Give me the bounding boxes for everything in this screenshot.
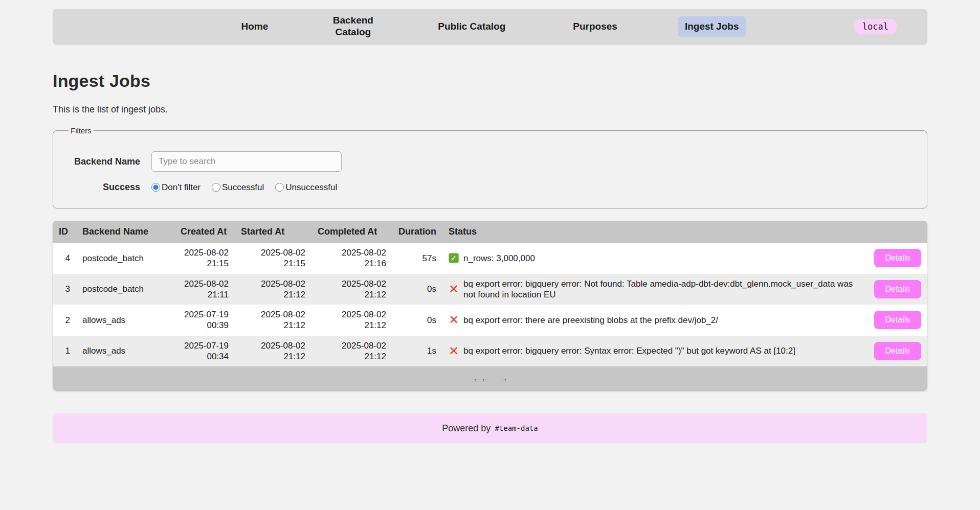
unsuccessful-radio[interactable] — [275, 183, 284, 192]
pagination-next-link[interactable]: → — [499, 374, 507, 384]
status-cell: ✕ bq export error: bigquery error: Synta… — [442, 336, 866, 367]
duration-cell: 1s — [392, 336, 442, 367]
started-at-cell: 2025-08-02 21:12 — [235, 305, 311, 336]
job-id: 4 — [53, 243, 76, 274]
created-at-cell: 2025-07-19 00:34 — [174, 336, 235, 367]
time-line: 21:12 — [241, 289, 305, 300]
duration-cell: 0s — [392, 274, 442, 305]
success-filter-row: Success Don't filter Successful Unsucces… — [63, 182, 917, 193]
dont-filter-radio[interactable] — [151, 183, 160, 192]
started-at-cell: 2025-08-02 21:15 — [235, 243, 311, 274]
success-label: Success — [63, 182, 140, 193]
header-status: Status — [442, 221, 866, 243]
success-icon: ✓ — [449, 253, 459, 263]
time-line: 21:12 — [241, 320, 305, 331]
time-line: 21:15 — [241, 258, 305, 269]
nav-item-public-catalog[interactable]: Public Catalog — [431, 16, 513, 37]
duration-cell: 0s — [392, 305, 442, 336]
radio-option-successful[interactable]: Successful — [212, 182, 264, 193]
header-started-at: Started At — [235, 221, 311, 243]
completed-at-cell: 2025-08-02 21:16 — [311, 243, 392, 274]
nav-item-home[interactable]: Home — [234, 16, 276, 37]
job-id: 2 — [53, 305, 76, 336]
time-line: 21:12 — [318, 351, 386, 362]
footer: Powered by #team-data — [53, 413, 927, 443]
error-icon: ✕ — [449, 346, 459, 356]
successful-radio[interactable] — [212, 183, 220, 192]
nav-item-ingest-jobs[interactable]: Ingest Jobs — [678, 16, 746, 37]
date-line: 2025-08-02 — [318, 340, 386, 351]
header-id: ID — [53, 221, 76, 243]
created-at-cell: 2025-08-02 21:15 — [174, 243, 235, 274]
time-line: 21:12 — [241, 351, 305, 362]
date-line: 2025-07-19 — [181, 309, 229, 320]
radio-option-dont-filter[interactable]: Don't filter — [151, 182, 201, 193]
duration-cell: 57s — [392, 243, 442, 274]
time-line: 21:11 — [181, 289, 229, 300]
backend-name-cell: allows_ads — [76, 336, 174, 367]
date-line: 2025-08-02 — [241, 247, 305, 258]
status-text: bq export error: there are preexisting b… — [463, 315, 718, 326]
date-line: 2025-08-02 — [241, 279, 305, 289]
nav-item-purposes[interactable]: Purposes — [566, 16, 625, 37]
header-completed-at: Completed At — [311, 221, 392, 243]
radio-label: Unsuccessful — [285, 182, 337, 193]
time-line: 00:39 — [181, 320, 229, 331]
time-line: 21:12 — [318, 320, 386, 331]
filters-legend: Filters — [69, 126, 94, 135]
details-button[interactable]: Details — [874, 249, 921, 267]
page-container: Home Backend Catalog Public Catalog Purp… — [53, 9, 927, 443]
jobs-table: ID Backend Name Created At Started At Co… — [53, 221, 927, 366]
success-radio-group: Don't filter Successful Unsuccessful — [151, 182, 337, 193]
table-row: 2 allows_ads 2025-07-19 00:39 2025-08-02… — [53, 305, 927, 336]
date-line: 2025-08-02 — [241, 309, 305, 320]
started-at-cell: 2025-08-02 21:12 — [235, 274, 311, 305]
radio-label: Successful — [222, 182, 264, 193]
date-line: 2025-08-02 — [318, 247, 386, 258]
time-line: 21:15 — [181, 258, 229, 269]
header-details — [866, 221, 927, 243]
error-icon: ✕ — [449, 284, 459, 294]
backend-name-cell: postcode_batch — [76, 243, 174, 274]
backend-name-cell: postcode_batch — [76, 274, 174, 305]
status-cell: ✕ bq export error: there are preexisting… — [442, 305, 866, 336]
status-cell: ✓ n_rows: 3,000,000 — [442, 243, 866, 274]
backend-name-label: Backend Name — [63, 156, 140, 167]
details-button[interactable]: Details — [874, 342, 921, 360]
details-button[interactable]: Details — [874, 311, 921, 329]
page-title: Ingest Jobs — [53, 71, 927, 91]
backend-name-cell: allows_ads — [76, 305, 174, 336]
started-at-cell: 2025-08-02 21:12 — [235, 336, 311, 367]
status-text: bq export error: bigquery error: Not fou… — [463, 279, 860, 300]
date-line: 2025-08-02 — [181, 247, 229, 258]
date-line: 2025-07-19 — [181, 340, 229, 351]
time-line: 00:34 — [181, 351, 229, 362]
nav-item-backend-catalog[interactable]: Backend Catalog — [328, 13, 377, 40]
header-duration: Duration — [392, 221, 442, 243]
completed-at-cell: 2025-08-02 21:12 — [311, 305, 392, 336]
jobs-table-container: ID Backend Name Created At Started At Co… — [53, 221, 927, 391]
job-id: 1 — [53, 336, 76, 367]
radio-label: Don't filter — [162, 182, 201, 193]
pagination-first-link[interactable]: ←← — [473, 374, 489, 384]
error-icon: ✕ — [449, 315, 459, 325]
nav-links: Home Backend Catalog Public Catalog Purp… — [53, 13, 927, 40]
created-at-cell: 2025-07-19 00:39 — [174, 305, 235, 336]
powered-by-text: Powered by — [442, 423, 491, 434]
date-line: 2025-08-02 — [241, 340, 305, 351]
time-line: 21:12 — [318, 289, 386, 300]
table-row: 3 postcode_batch 2025-08-02 21:11 2025-0… — [53, 274, 927, 305]
environment-badge: local — [854, 19, 897, 34]
backend-name-search-input[interactable] — [151, 151, 342, 172]
filters-fieldset: Filters Backend Name Success Don't filte… — [53, 126, 927, 208]
date-line: 2025-08-02 — [318, 309, 386, 320]
status-text: bq export error: bigquery error: Syntax … — [463, 345, 795, 356]
header-backend-name: Backend Name — [76, 221, 174, 243]
date-line: 2025-08-02 — [318, 279, 386, 289]
job-id: 3 — [53, 274, 76, 305]
time-line: 21:16 — [318, 258, 386, 269]
radio-option-unsuccessful[interactable]: Unsuccessful — [275, 182, 337, 193]
details-button[interactable]: Details — [874, 280, 921, 298]
completed-at-cell: 2025-08-02 21:12 — [311, 274, 392, 305]
table-row: 1 allows_ads 2025-07-19 00:34 2025-08-02… — [53, 336, 927, 367]
